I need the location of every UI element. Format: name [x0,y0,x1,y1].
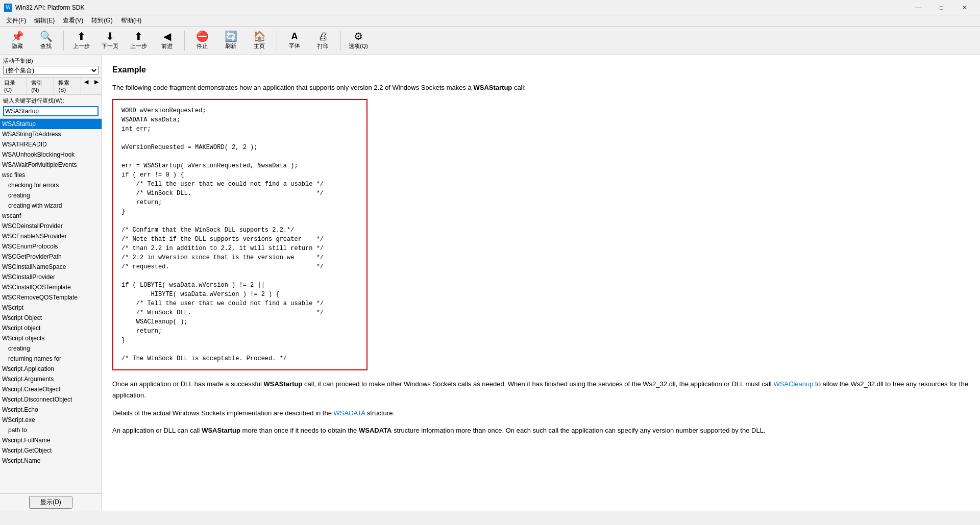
tab-nav-prev[interactable]: ◀ [81,78,91,94]
toolbar-refresh[interactable]: 🔄 刷新 [217,28,244,54]
back-icon: ⬆ [77,31,86,41]
stop-icon: ⛔ [196,31,209,41]
tab-nav-buttons: ◀ ▶ [81,78,102,94]
toolbar-sep-3 [277,31,277,51]
para3: An application or DLL can call WSAStartu… [112,425,970,436]
tree-item-wscenablensprovider[interactable]: WSCEnableNSProvider [0,231,102,241]
tree-item-wsathreadid[interactable]: WSATHREADID [0,139,102,149]
main-layout: 活动子集(B) (整个集合) 目录(C) 索引(N) 搜索(S) ◀ ▶ 键入关… [0,55,980,511]
toolbar-find-label: 查找 [40,42,52,50]
menu-view[interactable]: 查看(V) [59,15,87,26]
tree-item-creating-wizard[interactable]: creating with wizard [0,201,102,211]
menu-file[interactable]: 文件(F) [2,15,30,26]
wsacleanup-link[interactable]: WSACleanup [773,380,813,388]
tree-item-wscript-disconnectobject[interactable]: Wscript.DisconnectObject [0,394,102,405]
toolbar-advance[interactable]: ◀ 前进 [154,28,180,54]
tree-item-wscript-object-cap[interactable]: Wscript Object [0,313,102,323]
search-label: 键入关键字进行查找(W): [3,97,99,105]
tab-search[interactable]: 搜索(S) [54,78,81,94]
tree-item-path-to[interactable]: path to [0,425,102,435]
toolbar-hide[interactable]: 📌 隐藏 [4,28,31,54]
menu-edit[interactable]: 编辑(E) [30,15,59,26]
section-title: Example [112,63,970,77]
home-icon: 🏠 [253,31,266,41]
tree-item-wscremoveqostemplate[interactable]: WSCRemoveQOSTemplate [0,292,102,303]
toolbar-sep-4 [340,31,341,51]
toolbar-forward[interactable]: ⬇ 下一页 [96,28,123,54]
minimize-button[interactable]: — [907,0,930,15]
toolbar-prev[interactable]: ⬆ 上一步 [125,28,152,54]
tree-item-wscenumprotocols[interactable]: WSCEnumProtocols [0,241,102,252]
tree-item-wscript-objects[interactable]: WScript objects [0,333,102,343]
toolbar-back-label: 上一步 [73,42,90,50]
toolbar-options-label: 选项(Q) [349,42,368,50]
tree-item-wsastringtoaddress[interactable]: WSAStringToAddress [0,129,102,139]
tree-item-wscinstallprovider[interactable]: WSCInstallProvider [0,272,102,282]
window-controls: — □ ✕ [907,0,976,15]
menu-goto[interactable]: 转到(G) [87,15,116,26]
tree-item-wscript-application[interactable]: Wscript.Application [0,364,102,374]
tree-list: WSAStartup WSAStringToAddress WSATHREADI… [0,119,102,493]
tree-item-wscript[interactable]: WScript [0,303,102,313]
active-subset-select[interactable]: (整个集合) [3,66,99,75]
tab-nav-next[interactable]: ▶ [91,78,102,94]
code-box: WORD wVersionRequested; WSADATA wsaData;… [112,99,368,370]
tree-item-wscanf[interactable]: wscanf [0,211,102,221]
display-btn-row: 显示(D) [0,493,102,511]
search-input-row [3,106,99,116]
toolbar-sep-2 [184,31,185,51]
forward-icon: ⬇ [106,31,114,41]
tree-item-wscdeinstallprovider[interactable]: WSCDeinstallProvider [0,221,102,231]
tree-item-checking-errors[interactable]: checking for errors [0,180,102,190]
tab-index[interactable]: 索引(N) [27,78,54,94]
tree-item-wscgetproviderpath[interactable]: WSCGetProviderPath [0,252,102,262]
toolbar-back[interactable]: ⬆ 上一步 [68,28,94,54]
wsadata-link[interactable]: WSADATA [334,409,365,417]
toolbar-find[interactable]: 🔍 查找 [33,28,59,54]
tree-item-wscript-object-lower[interactable]: Wscript object [0,323,102,333]
sidebar-tabs: 目录(C) 索引(N) 搜索(S) ◀ ▶ [0,78,102,95]
tree-item-returning-names[interactable]: returning names for [0,354,102,364]
content-area: Example The following code fragment demo… [102,55,980,511]
tree-item-wscript-createobject[interactable]: Wscript.CreateObject [0,384,102,394]
maximize-button[interactable]: □ [930,0,953,15]
toolbar: 📌 隐藏 🔍 查找 ⬆ 上一步 ⬇ 下一页 ⬆ 上一步 ◀ 前进 ⛔ 停止 🔄 … [0,27,980,55]
tree-item-wscript-arguments[interactable]: Wscript.Arguments [0,374,102,384]
tree-item-wscinstallqostemplate[interactable]: WSCInstallQOSTemplate [0,282,102,292]
tree-item-wscinstallnamespace[interactable]: WSCInstallNameSpace [0,262,102,272]
toolbar-print-label: 打印 [317,42,329,50]
app-icon: W [4,4,12,12]
find-icon: 🔍 [40,31,53,41]
toolbar-stop-label: 停止 [197,42,208,50]
tab-contents[interactable]: 目录(C) [0,78,27,94]
titlebar: W Win32 API: Platform SDK — □ ✕ [0,0,980,15]
tree-item-wscript-exe[interactable]: WScript.exe [0,415,102,425]
toolbar-options[interactable]: ⚙ 选项(Q) [345,28,372,54]
toolbar-sep-1 [63,31,64,51]
toolbar-print[interactable]: 🖨 打印 [310,28,336,54]
code-content: WORD wVersionRequested; WSADATA wsaData;… [121,106,358,363]
tree-item-wscript-getobject[interactable]: Wscript.GetObject [0,445,102,456]
tree-item-creating-wsc[interactable]: creating [0,190,102,201]
tree-item-wscript-fullname[interactable]: Wscript.FullName [0,435,102,445]
toolbar-home[interactable]: 🏠 主页 [246,28,273,54]
sidebar: 活动子集(B) (整个集合) 目录(C) 索引(N) 搜索(S) ◀ ▶ 键入关… [0,55,102,511]
toolbar-hide-label: 隐藏 [12,42,23,50]
tree-item-creating-wscript[interactable]: creating [0,343,102,354]
close-button[interactable]: ✕ [953,0,976,15]
para1: Once an application or DLL has made a su… [112,379,970,401]
tree-item-wscript-echo[interactable]: Wscript.Echo [0,405,102,415]
tree-item-wsastartup[interactable]: WSAStartup [0,119,102,129]
advance-icon: ◀ [163,31,171,41]
display-button[interactable]: 显示(D) [29,496,72,509]
toolbar-stop[interactable]: ⛔ 停止 [189,28,215,54]
toolbar-home-label: 主页 [254,42,265,50]
tree-item-wsaunhookblockinghook[interactable]: WSAUnhookBlockingHook [0,149,102,160]
tree-item-wsawaitformultipleevents[interactable]: WSAWaitForMultipleEvents [0,160,102,170]
search-input[interactable] [3,106,99,116]
menu-help[interactable]: 帮助(H) [117,15,146,26]
tree-item-wscript-name[interactable]: Wscript.Name [0,456,102,466]
toolbar-font[interactable]: A 字体 [281,28,308,54]
options-icon: ⚙ [354,31,363,41]
tree-item-wscfiles[interactable]: wsc files [0,170,102,180]
